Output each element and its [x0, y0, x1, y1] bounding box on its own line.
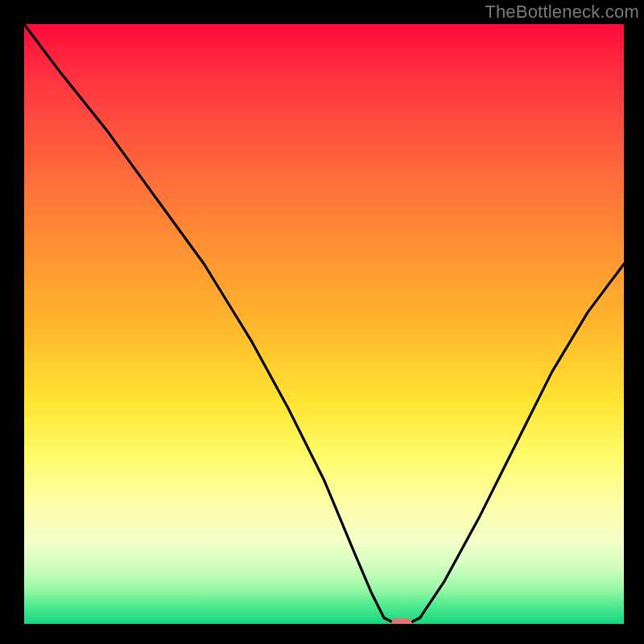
chart-frame: TheBottleneck.com [0, 0, 644, 644]
optimum-marker [391, 618, 412, 624]
plot-area [24, 24, 624, 624]
bottleneck-curve [24, 24, 624, 624]
curve-path [24, 24, 624, 624]
watermark-text: TheBottleneck.com [485, 2, 639, 23]
